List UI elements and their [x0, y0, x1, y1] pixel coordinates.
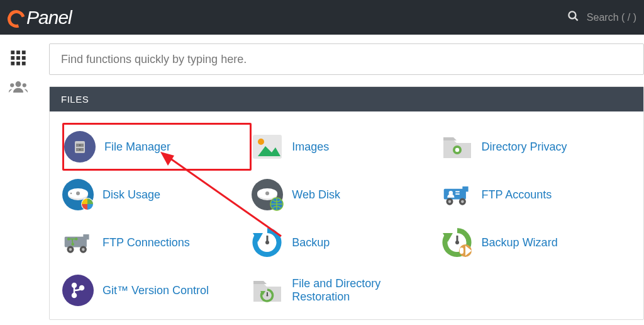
svg-point-48 — [82, 248, 85, 251]
item-file-directory-restoration[interactable]: File and Directory Restoration — [252, 266, 441, 314]
backup-wizard-icon — [441, 227, 473, 258]
item-ftp-accounts[interactable]: FTP Accounts — [441, 171, 631, 219]
svg-rect-4 — [22, 50, 26, 54]
item-web-disk[interactable]: Web Disk — [252, 171, 441, 219]
file-manager-icon — [64, 131, 96, 162]
left-sidebar — [0, 35, 36, 320]
item-label: Disk Usage — [103, 188, 160, 202]
svg-rect-3 — [16, 50, 20, 54]
ftp-connections-icon — [62, 227, 94, 258]
svg-point-12 — [10, 83, 14, 87]
sidebar-apps-icon[interactable] — [0, 43, 36, 72]
item-file-manager[interactable]: File Manager — [62, 123, 252, 171]
svg-rect-7 — [22, 56, 26, 60]
svg-point-31 — [265, 191, 269, 195]
svg-rect-44 — [83, 234, 89, 239]
svg-line-1 — [575, 18, 577, 20]
ftp-accounts-icon — [441, 179, 473, 210]
svg-point-0 — [569, 11, 575, 18]
panel-title: FILES — [50, 87, 643, 111]
web-disk-icon — [252, 179, 283, 210]
item-label: FTP Accounts — [482, 188, 552, 202]
svg-rect-2 — [11, 50, 14, 54]
item-backup-wizard[interactable]: Backup Wizard — [441, 219, 631, 266]
svg-rect-59 — [460, 248, 464, 254]
main-content: FILES File Manager — [36, 35, 644, 320]
svg-point-20 — [258, 139, 264, 145]
file-directory-restoration-icon — [252, 275, 283, 306]
top-bar: Panel Search ( / ) — [0, 0, 644, 35]
svg-point-18 — [79, 149, 80, 151]
cpanel-logo[interactable]: Panel — [8, 7, 72, 28]
item-label: Backup Wizard — [482, 236, 558, 249]
item-images[interactable]: Images — [252, 123, 441, 171]
disk-usage-icon — [62, 179, 94, 210]
svg-rect-42 — [455, 193, 459, 195]
item-ftp-connections[interactable]: FTP Connections — [62, 219, 252, 266]
svg-point-62 — [72, 294, 76, 297]
svg-point-23 — [455, 148, 458, 152]
images-icon — [252, 131, 283, 162]
item-label: Images — [292, 140, 329, 154]
item-label: Git™ Version Control — [103, 284, 209, 297]
svg-rect-41 — [455, 191, 459, 192]
item-backup[interactable]: Backup — [252, 219, 441, 266]
svg-rect-6 — [16, 56, 20, 60]
header-search[interactable]: Search ( / ) — [567, 10, 636, 25]
files-panel: FILES File Manager — [49, 86, 644, 320]
svg-point-26 — [76, 191, 80, 195]
backup-icon — [252, 227, 283, 258]
item-git-version-control[interactable]: Git™ Version Control — [62, 266, 252, 314]
svg-rect-8 — [11, 62, 14, 66]
svg-point-13 — [23, 83, 26, 87]
svg-point-27 — [70, 193, 72, 195]
item-disk-usage[interactable]: Disk Usage — [62, 171, 252, 219]
logo-c-icon — [4, 7, 28, 31]
svg-rect-35 — [462, 186, 468, 191]
item-label: FTP Connections — [103, 236, 190, 249]
svg-rect-14 — [75, 141, 85, 153]
logo-text: Panel — [26, 7, 72, 28]
item-label: File Manager — [104, 140, 170, 154]
item-label: Backup — [292, 236, 330, 249]
item-label: File and Directory Restoration — [292, 277, 441, 304]
quick-search-input[interactable] — [49, 43, 644, 75]
svg-rect-10 — [22, 62, 26, 66]
search-placeholder: Search ( / ) — [587, 12, 636, 23]
sidebar-users-icon[interactable] — [0, 72, 36, 101]
item-directory-privacy[interactable]: Directory Privacy — [441, 123, 631, 171]
svg-rect-9 — [16, 62, 20, 66]
svg-rect-5 — [11, 56, 14, 60]
search-icon — [567, 10, 579, 25]
svg-point-61 — [72, 283, 76, 287]
directory-privacy-icon — [441, 131, 473, 162]
svg-point-11 — [16, 81, 21, 87]
item-label: Directory Privacy — [482, 140, 567, 154]
svg-point-17 — [79, 145, 80, 146]
git-icon — [62, 275, 94, 306]
svg-point-39 — [461, 200, 464, 203]
svg-point-46 — [69, 248, 72, 251]
svg-point-37 — [448, 200, 451, 203]
item-label: Web Disk — [292, 188, 340, 202]
